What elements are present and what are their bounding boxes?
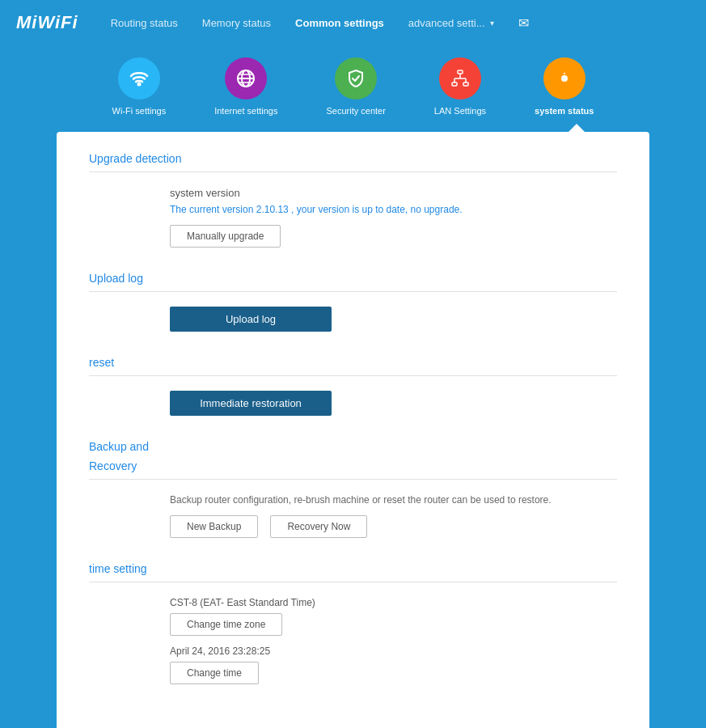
upgrade-divider (89, 171, 617, 172)
reset-section: reset Immediate restoration (89, 356, 617, 416)
advanced-settings-label: advanced setti... (408, 17, 485, 29)
upgrade-section: Upgrade detection system version The cur… (89, 152, 617, 248)
wifi-icon (128, 67, 150, 90)
backup-title: Backup and (89, 440, 617, 453)
time-divider (89, 582, 617, 582)
upload-log-button[interactable]: Upload log (170, 307, 332, 332)
version-number: 2.10.13 (256, 204, 289, 215)
upload-log-divider (89, 291, 617, 292)
nav-common-settings[interactable]: Common settings (295, 17, 384, 29)
recovery-subtitle: Recovery (89, 459, 617, 472)
svg-rect-6 (458, 70, 463, 74)
card-arrow (569, 124, 585, 132)
upload-log-title: Upload log (89, 272, 617, 285)
nav: Routing status Memory status Common sett… (111, 15, 690, 31)
main-card: Upgrade detection system version The cur… (57, 132, 649, 728)
lan-icon-circle (439, 57, 481, 99)
system-icon-circle: i (543, 57, 586, 99)
icon-item-security[interactable]: Security center (326, 57, 385, 116)
reset-divider (89, 375, 617, 376)
upgrade-desc-prefix: The current version (170, 204, 256, 215)
upgrade-title: Upgrade detection (89, 152, 617, 165)
wifi-icon-circle (118, 57, 160, 99)
svg-rect-7 (452, 83, 457, 86)
nav-advanced-settings[interactable]: advanced setti... ▾ (408, 17, 494, 29)
system-version-label: system version (170, 187, 617, 199)
backup-divider (89, 479, 617, 480)
security-icon-circle (335, 57, 377, 99)
icon-bar: Wi-Fi settings Internet settings Securit… (0, 45, 706, 132)
change-time-button[interactable]: Change time (170, 662, 259, 684)
svg-text:i: i (563, 71, 566, 84)
upload-log-section: Upload log Upload log (89, 272, 617, 332)
change-timezone-button[interactable]: Change time zone (170, 613, 282, 636)
datetime-field: April 24, 2016 23:28:25 Change time (170, 645, 617, 684)
backup-btn-group: New Backup Recovery Now (170, 515, 617, 538)
internet-icon-circle (225, 57, 267, 99)
upgrade-content: system version The current version 2.10.… (89, 187, 617, 248)
icon-item-lan[interactable]: LAN Settings (434, 57, 486, 116)
upgrade-desc-suffix: , your version is up to date, no upgrade… (289, 204, 463, 215)
svg-rect-8 (463, 83, 468, 86)
mail-icon[interactable]: ✉ (518, 15, 529, 31)
icon-item-internet[interactable]: Internet settings (214, 57, 277, 116)
lan-label: LAN Settings (434, 106, 486, 116)
time-content: CST-8 (EAT- East Standard Time) Change t… (89, 597, 617, 684)
svg-point-0 (137, 83, 140, 86)
security-label: Security center (326, 106, 385, 116)
icon-item-wifi[interactable]: Wi-Fi settings (112, 57, 167, 116)
security-icon (345, 67, 367, 90)
wifi-label: Wi-Fi settings (112, 106, 167, 116)
manually-upgrade-button[interactable]: Manually upgrade (170, 225, 281, 248)
recovery-now-button[interactable]: Recovery Now (270, 515, 367, 538)
system-icon: i (553, 67, 576, 90)
lan-icon (449, 67, 471, 90)
dropdown-arrow-icon: ▾ (490, 19, 494, 28)
backup-description: Backup router configuration, re-brush ma… (170, 494, 617, 506)
reset-content: Immediate restoration (89, 391, 617, 416)
logo: MiWiFi (16, 12, 78, 33)
reset-title: reset (89, 356, 617, 369)
time-title: time setting (89, 562, 617, 575)
new-backup-button[interactable]: New Backup (170, 515, 258, 538)
timezone-value: CST-8 (EAT- East Standard Time) (170, 597, 617, 608)
timezone-field: CST-8 (EAT- East Standard Time) Change t… (170, 597, 617, 636)
internet-label: Internet settings (214, 106, 277, 116)
immediate-restoration-button[interactable]: Immediate restoration (170, 391, 332, 416)
upload-log-content: Upload log (89, 307, 617, 332)
header: MiWiFi Routing status Memory status Comm… (0, 0, 706, 45)
system-label: system status (535, 106, 594, 116)
nav-memory-status[interactable]: Memory status (202, 17, 271, 29)
upgrade-description: The current version 2.10.13 , your versi… (170, 204, 617, 215)
time-section: time setting CST-8 (EAT- East Standard T… (89, 562, 617, 684)
backup-section: Backup and Recovery Backup router config… (89, 440, 617, 538)
internet-icon (235, 67, 257, 90)
nav-routing-status[interactable]: Routing status (111, 17, 178, 29)
backup-content: Backup router configuration, re-brush ma… (89, 494, 617, 538)
datetime-value: April 24, 2016 23:28:25 (170, 645, 617, 657)
icon-item-system[interactable]: i system status (535, 57, 594, 116)
